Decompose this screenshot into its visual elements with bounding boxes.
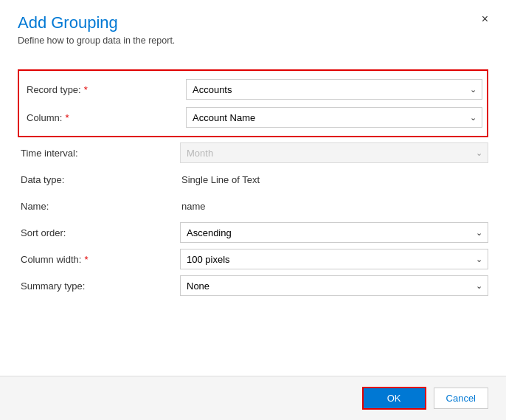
record-type-select[interactable]: Accounts — [186, 79, 482, 100]
sort-order-select-wrapper: Ascending ⌄ — [180, 222, 488, 243]
summary-type-row: Summary type: None ⌄ — [18, 273, 488, 298]
data-type-row: Data type: Single Line of Text — [18, 167, 488, 192]
record-type-row: Record type: * Accounts ⌄ — [24, 77, 482, 102]
add-grouping-dialog: Add Grouping Define how to group data in… — [0, 0, 506, 420]
dialog-body: Record type: * Accounts ⌄ Column: * — [0, 50, 506, 376]
column-width-select-wrapper: 100 pixels ⌄ — [180, 249, 488, 269]
column-width-required: * — [84, 254, 88, 265]
column-select[interactable]: Account Name — [186, 107, 482, 128]
name-label: Name: — [18, 201, 180, 212]
time-interval-row: Time interval: Month ⌄ — [18, 140, 488, 165]
record-type-label: Record type: * — [24, 84, 186, 95]
sort-order-control: Ascending ⌄ — [180, 222, 488, 243]
record-type-select-wrapper: Accounts ⌄ — [186, 79, 482, 100]
ok-button[interactable]: OK — [362, 387, 426, 410]
summary-type-label: Summary type: — [18, 280, 180, 292]
close-button[interactable]: × — [477, 12, 493, 27]
column-width-row: Column width: * 100 pixels ⌄ — [18, 247, 488, 272]
column-required: * — [65, 112, 69, 123]
column-label: Column: * — [24, 112, 186, 123]
sort-order-select[interactable]: Ascending — [180, 222, 488, 243]
column-width-control: 100 pixels ⌄ — [180, 249, 488, 269]
time-interval-select[interactable]: Month — [180, 142, 488, 163]
summary-type-control: None ⌄ — [180, 275, 488, 296]
sort-order-row: Sort order: Ascending ⌄ — [18, 220, 488, 245]
record-type-control: Accounts ⌄ — [186, 79, 482, 100]
highlighted-section: Record type: * Accounts ⌄ Column: * — [18, 69, 488, 137]
time-interval-label: Time interval: — [18, 148, 180, 159]
column-width-select[interactable]: 100 pixels — [180, 249, 488, 269]
time-interval-control: Month ⌄ — [180, 142, 488, 163]
dialog-header: Add Grouping Define how to group data in… — [0, 0, 506, 50]
column-row: Column: * Account Name ⌄ — [24, 105, 482, 130]
cancel-button[interactable]: Cancel — [434, 388, 488, 409]
dialog-footer: OK Cancel — [0, 376, 506, 420]
name-row: Name: name — [18, 193, 488, 218]
summary-type-select-wrapper: None ⌄ — [180, 275, 488, 296]
column-width-label: Column width: * — [18, 254, 180, 265]
name-value: name — [180, 201, 488, 212]
dialog-subtitle: Define how to group data in the report. — [18, 35, 488, 46]
column-select-wrapper: Account Name ⌄ — [186, 107, 482, 128]
sort-order-label: Sort order: — [18, 227, 180, 238]
column-control: Account Name ⌄ — [186, 107, 482, 128]
dialog-title: Add Grouping — [18, 13, 488, 32]
data-type-label: Data type: — [18, 174, 180, 185]
summary-type-select[interactable]: None — [180, 275, 488, 296]
data-type-value: Single Line of Text — [180, 174, 488, 185]
time-interval-select-wrapper: Month ⌄ — [180, 142, 488, 163]
record-type-required: * — [84, 84, 88, 95]
